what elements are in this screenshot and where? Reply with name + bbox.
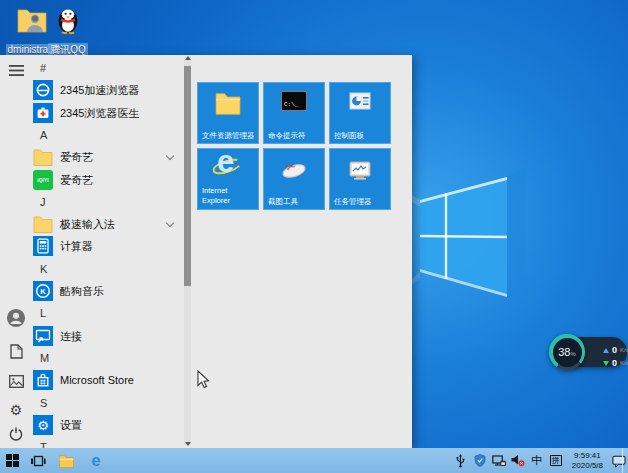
tile-snipping-tool[interactable]: ✂ 截图工具: [263, 148, 325, 210]
taskbar-clock[interactable]: 9:59:41 2020/5/8: [572, 451, 603, 470]
windows-desktop: dministra... 腾讯QQ 0 K/s 0 K/s: [0, 0, 628, 473]
section-letter: L: [40, 307, 46, 319]
ime-pinyin-label: 拼: [550, 455, 562, 467]
folder-icon: [58, 454, 75, 468]
folder-item-iqiyi[interactable]: 爱奇艺: [0, 146, 182, 168]
section-header-l[interactable]: L: [0, 302, 182, 324]
scroll-down-arrow-icon[interactable]: [185, 442, 191, 446]
app-list-scrollbar[interactable]: [184, 57, 191, 445]
security-shield-icon[interactable]: [473, 453, 487, 469]
start-button[interactable]: [0, 448, 24, 473]
download-speed-row: 0 K/s: [603, 358, 628, 368]
folder-icon: [33, 147, 53, 167]
section-letter: A: [40, 129, 47, 141]
app-item-label: 2345浏览器医生: [60, 106, 139, 121]
section-letter: #: [40, 62, 46, 74]
download-arrow-icon: [603, 361, 609, 366]
2345-browser-icon: [33, 80, 53, 100]
tile-command-prompt[interactable]: C:\_ 命令提示符: [263, 82, 325, 144]
app-item-label: 爱奇艺: [60, 173, 93, 188]
task-view-button[interactable]: [27, 448, 49, 473]
usage-percent-sign: %: [570, 351, 575, 357]
tile-label: 截图工具: [268, 197, 322, 206]
section-letter: M: [40, 352, 49, 364]
system-tray: 中 拼 9:59:41 2020/5/8: [454, 448, 626, 473]
taskbar: e 中 拼 9:59:41 2020/5/8: [0, 448, 628, 473]
app-item-microsoft-store[interactable]: Microsoft Store: [0, 369, 182, 391]
network-status-icon[interactable]: [492, 453, 506, 469]
chevron-down-icon: [166, 219, 174, 227]
usb-device-icon[interactable]: [454, 453, 468, 469]
app-item-label: 连接: [60, 329, 82, 344]
volume-muted-icon[interactable]: [511, 453, 525, 469]
ime-pinyin-indicator[interactable]: 拼: [549, 453, 563, 469]
ime-language-indicator[interactable]: 中: [530, 453, 544, 469]
chevron-down-icon: [166, 152, 174, 160]
upload-speed-row: 0 K/s: [603, 345, 628, 355]
app-item-label: 酷狗音乐: [60, 284, 104, 299]
app-item-label: 计算器: [60, 239, 93, 254]
app-item-2345-browser-doctor[interactable]: 2345浏览器医生: [0, 102, 182, 124]
show-desktop-button[interactable]: [622, 448, 626, 473]
windows-logo-icon: [6, 454, 19, 467]
section-header-j[interactable]: J: [0, 191, 182, 213]
snipping-tool-icon: ✂: [264, 159, 324, 183]
network-speed-widget[interactable]: 0 K/s 0 K/s 38%: [549, 334, 628, 370]
app-item-label: Microsoft Store: [60, 374, 134, 386]
app-item-label: 2345加速浏览器: [60, 83, 139, 98]
section-header-hash[interactable]: #: [0, 57, 182, 79]
section-header-m[interactable]: M: [0, 347, 182, 369]
mouse-cursor: [197, 370, 210, 389]
folder-item-jisu-ime[interactable]: 极速输入法: [0, 213, 182, 235]
section-letter: K: [40, 263, 47, 275]
tile-label: Internet Explorer: [202, 186, 246, 205]
upload-unit: K/s: [620, 347, 628, 353]
wallpaper-windows-logo: [395, 145, 525, 305]
section-header-t[interactable]: T: [0, 436, 182, 448]
kugou-music-icon: K: [33, 281, 53, 301]
iqiyi-wordmark: iQIYI: [37, 178, 48, 183]
section-header-k[interactable]: K: [0, 258, 182, 280]
tray-date: 2020/5/8: [572, 461, 603, 471]
command-prompt-icon: C:\_: [264, 91, 324, 111]
section-header-s[interactable]: S: [0, 392, 182, 414]
microsoft-store-icon: [33, 370, 53, 390]
calculator-icon: [33, 236, 53, 256]
start-menu: ⚙ # 2345加速浏览器 2345浏览器医生 A: [0, 55, 412, 448]
file-explorer-taskbar-button[interactable]: [55, 448, 77, 473]
app-item-iqiyi[interactable]: iQIYI 爱奇艺: [0, 169, 182, 191]
section-header-a[interactable]: A: [0, 124, 182, 146]
desktop-icon-tencent-qq[interactable]: 腾讯QQ: [37, 5, 99, 57]
tile-file-explorer[interactable]: 文件资源管理器: [197, 82, 259, 144]
control-panel-icon: [330, 91, 390, 111]
upload-value: 0: [612, 345, 617, 355]
usage-ring[interactable]: 38%: [549, 334, 585, 370]
app-item-2345-browser[interactable]: 2345加速浏览器: [0, 79, 182, 101]
qq-penguin-icon: [53, 5, 83, 35]
tray-time: 9:59:41: [572, 451, 603, 461]
tile-control-panel[interactable]: 控制面板: [329, 82, 391, 144]
app-item-settings[interactable]: ⚙ 设置: [0, 414, 182, 436]
file-explorer-icon: [198, 91, 258, 115]
app-item-label: 设置: [60, 418, 82, 433]
app-item-calculator[interactable]: 计算器: [0, 235, 182, 257]
folder-icon: [33, 214, 53, 234]
usage-percent: 38: [558, 346, 570, 358]
tile-label: 控制面板: [334, 131, 388, 140]
download-unit: K/s: [620, 360, 628, 366]
usage-ring-inner: 38%: [553, 338, 582, 367]
task-manager-icon: [330, 160, 390, 182]
app-item-kugou-music[interactable]: K 酷狗音乐: [0, 280, 182, 302]
iqiyi-icon: iQIYI: [33, 170, 53, 190]
tile-label: 文件资源管理器: [202, 131, 256, 140]
scroll-up-arrow-icon[interactable]: [185, 56, 191, 60]
download-value: 0: [612, 358, 617, 368]
scrollbar-thumb[interactable]: [184, 66, 191, 286]
connect-icon: [33, 326, 53, 346]
tile-internet-explorer[interactable]: e Internet Explorer: [197, 148, 259, 210]
edge-e-icon: e: [92, 453, 101, 469]
tile-label: 任务管理器: [334, 197, 388, 206]
browser-taskbar-button[interactable]: e: [85, 448, 107, 473]
app-item-connect[interactable]: 连接: [0, 325, 182, 347]
tile-task-manager[interactable]: 任务管理器: [329, 148, 391, 210]
